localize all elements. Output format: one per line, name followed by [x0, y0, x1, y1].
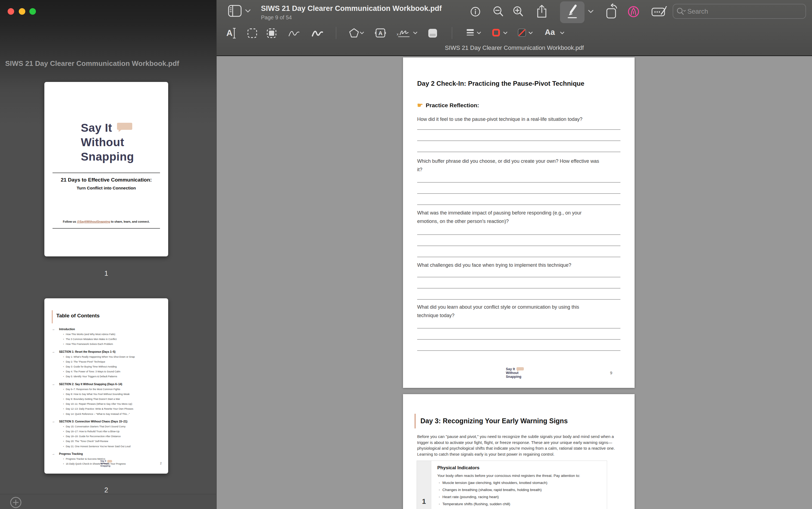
- shape-style-chevron[interactable]: [477, 32, 481, 35]
- bullet-icon: •: [63, 397, 64, 402]
- fill-and-sign-button[interactable]: [651, 6, 667, 18]
- minimize-button[interactable]: [19, 8, 25, 15]
- bullet-icon: •: [63, 342, 64, 346]
- follow-suffix: to share, learn, and connect.: [110, 220, 150, 223]
- toc-section-title: Progress Tracking: [59, 451, 83, 456]
- zoom-out-button[interactable]: [493, 5, 504, 18]
- search-field[interactable]: [673, 4, 806, 19]
- answer-line: [417, 257, 621, 257]
- pdf-page-10: Day 3: Recognizing Your Early Warning Si…: [403, 394, 635, 509]
- sketch-tool[interactable]: [288, 29, 300, 38]
- day3-accent-bar: [415, 414, 416, 429]
- close-button[interactable]: [8, 8, 14, 15]
- toolbar-divider: [336, 27, 336, 39]
- toc-item: •Day 12–13: Daily Practice: Write & Rewr…: [63, 406, 165, 411]
- markup-pen-button[interactable]: [560, 1, 585, 23]
- pdf-page-9: Day 2 Check-In: Practicing the Pause-Piv…: [403, 58, 635, 388]
- add-page-button[interactable]: [10, 497, 22, 508]
- card-bullet: •Muscle tension (jaw clenching, tight sh…: [437, 480, 600, 485]
- bullet-icon: •: [63, 369, 64, 374]
- toc-section-title: SECTION 2: Say It Without Snapping (Days…: [59, 382, 122, 387]
- question-5: What did you learn about your conflict s…: [417, 303, 599, 320]
- sidebar-mode-chevron[interactable]: [245, 9, 251, 13]
- svg-text:A: A: [378, 30, 382, 36]
- shapes-tool[interactable]: [349, 28, 359, 38]
- toc-item: •Day 2: The "Pause-Pivot" Technique: [63, 359, 165, 364]
- zoom-in-button[interactable]: [513, 5, 524, 18]
- card-bullet: •Changes in breathing (shallow, rapid br…: [437, 487, 600, 493]
- toolbar-divider: [452, 27, 452, 39]
- markup-pen-chevron[interactable]: [588, 10, 594, 13]
- answer-line: [417, 288, 621, 289]
- answer-line: [417, 193, 621, 194]
- toc-list: →Introduction •How This Works (and Why M…: [52, 327, 165, 466]
- toc-item: •Day 1: What’s Really Happening When You…: [63, 354, 165, 359]
- bullet-icon: •: [63, 402, 64, 406]
- text-style-chevron[interactable]: [560, 32, 564, 35]
- physical-indicators-card: 1 Physical Indicators Your body often re…: [417, 461, 607, 509]
- page-thumbnail-2[interactable]: Table of Contents →Introduction •How Thi…: [44, 298, 168, 474]
- toc-item: •Day 8: How to Say What You Feel Without…: [63, 392, 165, 397]
- sidebar-toggle-button[interactable]: [228, 5, 242, 17]
- text-selection-tool[interactable]: A: [226, 28, 236, 39]
- toc-footer-logo: Say It Without Snapping: [44, 460, 168, 467]
- signature-chevron[interactable]: [413, 32, 417, 35]
- card-lead: Your body often reacts before your consc…: [437, 474, 600, 478]
- svg-text:x: x: [397, 32, 399, 36]
- card-title: Physical Indicators: [437, 465, 600, 471]
- note-tool[interactable]: [427, 28, 438, 38]
- cover-follow-line: Follow us @SayItWithoutSnapping to share…: [44, 220, 168, 223]
- answer-line: [417, 350, 621, 351]
- question-3: What was the immediate impact of pausing…: [417, 209, 599, 226]
- follow-prefix: Follow us: [63, 220, 77, 223]
- follow-handle-link[interactable]: @SayItWithoutSnapping: [77, 220, 110, 223]
- draw-tool[interactable]: [311, 29, 323, 38]
- border-color-chevron[interactable]: [503, 32, 507, 35]
- cover-logo-line2: Without: [81, 135, 134, 149]
- sidebar: SIWS 21 Day Clearer Communication Workbo…: [0, 0, 217, 509]
- speech-bubble-icon: [517, 367, 524, 370]
- document-tab-label[interactable]: SIWS 21 Day Clearer Communication Workbo…: [217, 44, 812, 52]
- thumbnail-page-number-1: 1: [44, 269, 168, 277]
- cover-divider-top: [52, 173, 160, 173]
- answer-line: [417, 151, 621, 152]
- annotate-pen-icon[interactable]: [627, 5, 640, 18]
- question-4: What challenges did you face when trying…: [417, 261, 623, 269]
- border-color-tool[interactable]: [492, 29, 500, 37]
- redact-tool[interactable]: [267, 28, 277, 38]
- text-style-tool[interactable]: Aa: [545, 28, 555, 37]
- fill-color-tool[interactable]: [518, 28, 526, 37]
- signature-tool[interactable]: x: [396, 28, 412, 38]
- arrow-right-icon: →: [52, 419, 59, 424]
- bullet-icon: •: [63, 412, 64, 416]
- shape-style-tool[interactable]: [466, 29, 474, 37]
- search-input[interactable]: [687, 8, 777, 15]
- sidebar-filename: SIWS 21 Day Clearer Communication Workbo…: [5, 59, 215, 68]
- day3-heading: Day 3: Recognizing Your Early Warning Si…: [420, 417, 568, 425]
- share-button[interactable]: [536, 4, 548, 19]
- bullet-icon: •: [63, 354, 64, 359]
- toc-item: •Day 20: The "Tone Check" Self-Review: [63, 439, 165, 444]
- info-button[interactable]: [470, 6, 481, 18]
- fill-color-chevron[interactable]: [528, 32, 533, 35]
- answer-line: [417, 339, 621, 340]
- zoom-window-button[interactable]: [29, 8, 36, 15]
- text-box-tool[interactable]: A: [375, 28, 386, 38]
- bullet-icon: •: [439, 487, 440, 493]
- answer-line: [417, 140, 621, 141]
- rectangular-selection-tool[interactable]: [247, 28, 257, 38]
- footer-logo: Say It Without Snapping: [506, 367, 524, 379]
- rotate-left-button[interactable]: [605, 3, 619, 20]
- main-area: SIWS 21 Day Clearer Communication Workbo…: [217, 0, 812, 509]
- bullet-icon: •: [63, 359, 64, 364]
- card-bullet-list: •Muscle tension (jaw clenching, tight sh…: [437, 480, 600, 507]
- page-indicator: Page 9 of 54: [261, 14, 442, 21]
- answer-line: [417, 277, 621, 277]
- toolbar: SIWS 21 Day Clearer Communication Workbo…: [217, 0, 812, 56]
- cover-logo-line1: Say It: [81, 121, 112, 135]
- bullet-icon: •: [63, 392, 64, 397]
- toc-section: →SECTION 3: Connection Without Chaos (Da…: [52, 419, 165, 449]
- shapes-chevron[interactable]: [360, 32, 364, 35]
- bullet-icon: •: [439, 495, 440, 500]
- page-thumbnail-1[interactable]: Say It Without Snapping 21 Days to Effec…: [44, 82, 168, 257]
